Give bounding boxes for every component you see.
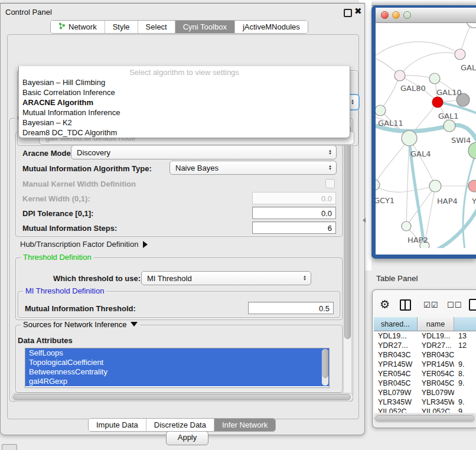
manual-kernel-checkbox[interactable]: [325, 179, 335, 188]
dropdown-item[interactable]: Bayesian – K2: [19, 118, 350, 128]
table-row[interactable]: YLR345WYLR345W9.: [374, 397, 476, 407]
dropdown-item[interactable]: Basic Correlation Inference: [19, 87, 350, 97]
network-node-gcy1[interactable]: [376, 180, 380, 190]
tab-cyni-toolbox[interactable]: Cyni Toolbox: [175, 21, 235, 33]
mac-minimize-icon[interactable]: [392, 11, 400, 19]
network-node-gal10[interactable]: [429, 73, 440, 84]
tab-jactivemnodules[interactable]: jActiveMNodules: [235, 21, 308, 33]
control-panel-tabbar: Network Style Select Cyni Toolbox jActiv…: [50, 20, 308, 34]
list-item[interactable]: SelfLoops: [25, 348, 329, 358]
apply-button[interactable]: Apply: [166, 431, 208, 445]
tab-discretize-data[interactable]: Discretize Data: [146, 419, 214, 431]
dpi-tolerance-label: DPI Tolerance [0,1]:: [22, 209, 93, 218]
network-node-swi4[interactable]: [444, 120, 455, 132]
settings-hscrollbar-thumb[interactable]: [13, 394, 351, 400]
dropdown-item[interactable]: Dream8 DC_TDC Algorithm: [19, 128, 350, 138]
tab-style[interactable]: Style: [105, 21, 138, 33]
dropdown-item[interactable]: Mutual Information Inference: [19, 107, 350, 118]
kernel-width-field[interactable]: 0.0: [252, 192, 336, 204]
list-item[interactable]: TopologicalCoefficient: [25, 358, 329, 367]
network-node-gal80[interactable]: [395, 70, 405, 81]
settings-hscrollbar[interactable]: [12, 393, 353, 402]
mi-threshold-field[interactable]: 0.5: [248, 302, 334, 314]
network-node-green[interactable]: [468, 142, 476, 159]
node-label: GAL: [461, 63, 476, 72]
table-panel-title: Table Panel: [376, 274, 418, 283]
column-header-name[interactable]: name: [418, 317, 454, 331]
table-row[interactable]: YIL052CYIL052C9.: [374, 407, 476, 413]
which-threshold-combo[interactable]: MI Threshold ▲▼: [141, 271, 311, 285]
float-window-icon[interactable]: [344, 9, 352, 17]
mi-threshold-label: Mutual Information Threshold:: [25, 304, 136, 313]
combo-spinner-icon: ▲▼: [351, 99, 354, 105]
dropdown-item-selected[interactable]: ARACNE Algorithm: [19, 97, 350, 107]
list-scrollbar[interactable]: [322, 349, 328, 386]
group-title: MI Threshold Definition: [23, 286, 106, 295]
tab-infer-network[interactable]: Infer Network: [214, 419, 275, 431]
mac-zoom-icon[interactable]: [403, 11, 411, 19]
select-all-checkboxes-icon[interactable]: ☑☑: [423, 301, 438, 309]
network-view-window: GAL GAL80 GAL10 GAL1 GAL11 SWI4 GAL4 GCY…: [371, 5, 476, 259]
network-node-gal4[interactable]: [402, 131, 417, 146]
column-layout-icon[interactable]: [400, 299, 411, 311]
network-node-gal11[interactable]: [376, 105, 386, 116]
settings-scrollbar[interactable]: [343, 120, 352, 399]
tab-impute-data[interactable]: Impute Data: [89, 419, 146, 431]
table-row[interactable]: YDL19...YDL19...13: [374, 331, 476, 341]
network-node-pink[interactable]: [468, 180, 476, 192]
node-label: Y: [471, 197, 476, 206]
tab-network[interactable]: Network: [51, 21, 105, 33]
table-row[interactable]: YDR27...YDR27...12: [374, 341, 476, 350]
network-node[interactable]: [467, 23, 476, 28]
table-row[interactable]: YBR045CYBR045C9.: [374, 379, 476, 388]
which-threshold-label: Which threshold to use:: [53, 274, 141, 283]
column-header-shared-name[interactable]: shared...: [374, 317, 418, 331]
data-attributes-label: Data Attributes: [18, 336, 73, 345]
mi-steps-field[interactable]: 6: [252, 221, 336, 234]
group-title: Sources for Network Inference: [21, 320, 140, 329]
node-label: GAL80: [400, 84, 426, 93]
aracne-mode-combo[interactable]: Discovery ▲▼: [71, 145, 337, 159]
mac-close-icon[interactable]: [381, 11, 389, 19]
table-row[interactable]: YBR043CYBR043C: [374, 350, 476, 360]
control-panel-window: Control Panel ✖ Network Style Select Cyn…: [0, 3, 365, 435]
table-row[interactable]: YER054CYER054C8.: [374, 369, 476, 379]
network-node-hap2[interactable]: [402, 221, 411, 231]
mi-algorithm-type-combo[interactable]: Naive Bayes ▲▼: [169, 161, 337, 175]
network-node-gal1[interactable]: [432, 97, 443, 107]
table-hscrollbar-thumb[interactable]: [375, 415, 475, 422]
network-canvas[interactable]: GAL GAL80 GAL10 GAL1 GAL11 SWI4 GAL4 GCY…: [376, 23, 476, 248]
cyni-mode-tabbar: Impute Data Discretize Data Infer Networ…: [88, 418, 276, 432]
algorithm-dropdown-popup: Select algorithm to view settings Bayesi…: [18, 66, 350, 138]
node-label: GAL1: [438, 112, 458, 120]
combo-spinner-icon: ▲▼: [303, 275, 307, 281]
table-row[interactable]: YPR145WYPR145W9.: [374, 360, 476, 369]
mi-algorithm-type-label: Mutual Information Algorithm Type:: [22, 164, 152, 173]
network-window-titlebar[interactable]: [376, 8, 476, 23]
network-node-hap4[interactable]: [429, 180, 441, 192]
mi-steps-label: Mutual Information Steps:: [22, 224, 117, 233]
table-panel-window: ⚙ ☑☑ ☐☐ shared... name YDL19...YDL19...1…: [372, 289, 476, 428]
combo-spinner-icon: ▲▼: [328, 149, 332, 155]
gear-icon[interactable]: ⚙: [380, 298, 390, 311]
tab-select[interactable]: Select: [138, 21, 175, 33]
taskbar-button-fragment[interactable]: [2, 444, 17, 450]
dpi-tolerance-field[interactable]: 0.0: [252, 207, 336, 219]
dropdown-item[interactable]: Bayesian – Hill Climbing: [19, 77, 350, 87]
list-scrollbar-thumb[interactable]: [322, 350, 328, 378]
group-title: Threshold Definition: [21, 253, 94, 262]
table-row[interactable]: YBL079WYBL079W: [374, 388, 476, 397]
split-pane-collapse-icon[interactable]: [363, 218, 366, 223]
panel-title: Control Panel: [5, 8, 52, 17]
document-icon[interactable]: [469, 299, 476, 311]
list-item[interactable]: gal4RGexp: [25, 377, 329, 386]
table-hscrollbar[interactable]: [374, 414, 476, 423]
close-panel-icon[interactable]: ✖: [354, 6, 362, 17]
list-item[interactable]: BetweennessCentrality: [25, 367, 329, 377]
column-header[interactable]: [454, 317, 476, 331]
settings-scrollbar-thumb[interactable]: [344, 124, 351, 339]
deselect-all-checkboxes-icon[interactable]: ☐☐: [447, 301, 462, 309]
hub-definition-expander[interactable]: Hub/Transcription Factor Definition: [20, 240, 148, 249]
node-label: SWI4: [451, 136, 471, 145]
network-node-gal[interactable]: [455, 49, 465, 60]
